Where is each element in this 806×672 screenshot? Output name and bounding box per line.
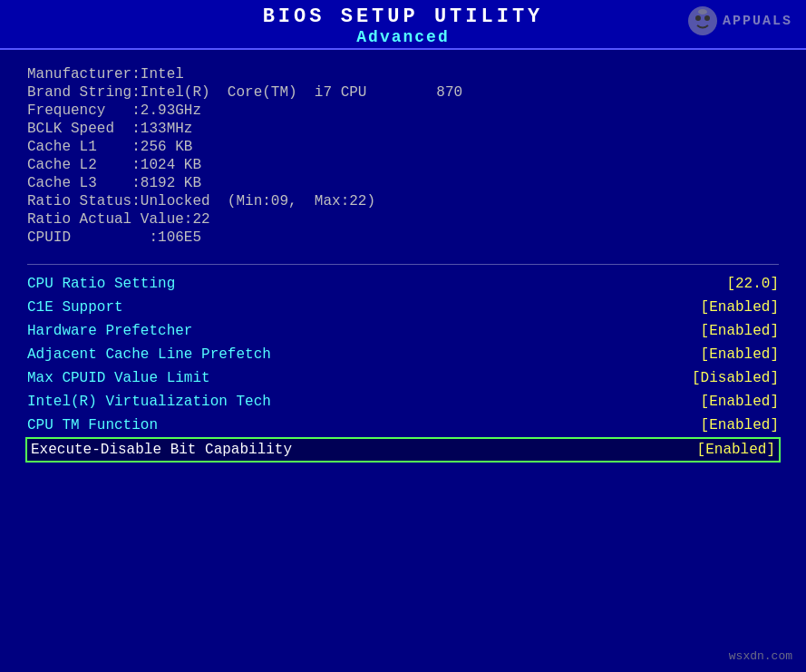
setting-value-hw-prefetch: [Enabled] [701, 323, 779, 339]
bottom-watermark: wsxdn.com [729, 649, 792, 663]
info-label-bclk: BCLK Speed :133MHz [27, 121, 192, 137]
appuals-face-icon [686, 5, 719, 37]
setting-row-cpu-tm[interactable]: CPU TM Function [Enabled] [27, 415, 779, 435]
info-row-frequency: Frequency :2.93GHz [27, 102, 779, 119]
section-divider [27, 264, 779, 265]
setting-label-adj-cache: Adjacent Cache Line Prefetch [27, 346, 271, 363]
setting-row-vt[interactable]: Intel(R) Virtualization Tech [Enabled] [27, 392, 779, 412]
info-label-brand: Brand String:Intel(R) Core(TM) i7 CPU 87… [27, 84, 462, 101]
info-label-manufacturer: Manufacturer:Intel [27, 66, 190, 83]
info-row-brand: Brand String:Intel(R) Core(TM) i7 CPU 87… [27, 84, 779, 101]
setting-value-vt: [Enabled] [701, 394, 779, 410]
main-content: Manufacturer:Intel Brand String:Intel(R)… [0, 50, 806, 473]
bios-subtitle: Advanced [0, 28, 806, 46]
info-label-cache-l3: Cache L3 :8192 KB [27, 175, 201, 191]
info-row-cache-l3: Cache L3 :8192 KB [27, 175, 779, 191]
setting-value-execute-disable: [Enabled] [697, 442, 775, 458]
setting-label-c1e: C1E Support [27, 299, 123, 316]
info-label-cpuid: CPUID :106E5 [27, 229, 201, 246]
info-row-cache-l2: Cache L2 :1024 KB [27, 157, 779, 173]
info-row-cache-l1: Cache L1 :256 KB [27, 139, 779, 155]
info-row-manufacturer: Manufacturer:Intel [27, 66, 779, 83]
svg-point-2 [704, 15, 710, 21]
bios-title: BIOS SETUP UTILITY [0, 5, 806, 28]
header-bar: BIOS SETUP UTILITY Advanced APPUALS [0, 0, 806, 50]
info-row-ratio-status: Ratio Status:Unlocked (Min:09, Max:22) [27, 193, 779, 209]
setting-label-hw-prefetch: Hardware Prefetcher [27, 323, 192, 339]
setting-row-adj-cache[interactable]: Adjacent Cache Line Prefetch [Enabled] [27, 345, 779, 365]
info-label-ratio-status: Ratio Status:Unlocked (Min:09, Max:22) [27, 193, 375, 209]
info-row-ratio-actual: Ratio Actual Value:22 [27, 211, 779, 228]
cpu-info-section: Manufacturer:Intel Brand String:Intel(R)… [27, 66, 779, 246]
appuals-logo: APPUALS [686, 5, 792, 37]
info-label-ratio-actual: Ratio Actual Value:22 [27, 211, 210, 228]
svg-point-1 [695, 15, 701, 21]
info-label-cache-l2: Cache L2 :1024 KB [27, 157, 201, 173]
setting-row-c1e[interactable]: C1E Support [Enabled] [27, 297, 779, 317]
bios-screen: BIOS SETUP UTILITY Advanced APPUALS Manu… [0, 0, 806, 672]
setting-value-c1e: [Enabled] [701, 299, 779, 316]
setting-label-execute-disable: Execute-Disable Bit Capability [31, 442, 292, 458]
setting-value-cpu-tm: [Enabled] [701, 417, 779, 433]
setting-label-cpu-tm: CPU TM Function [27, 417, 158, 433]
settings-section: CPU Ratio Setting [22.0] C1E Support [En… [27, 274, 779, 461]
setting-value-cpu-ratio: [22.0] [726, 276, 779, 292]
setting-label-max-cpuid: Max CPUID Value Limit [27, 370, 210, 386]
info-row-cpuid: CPUID :106E5 [27, 229, 779, 246]
setting-row-cpu-ratio[interactable]: CPU Ratio Setting [22.0] [27, 274, 779, 294]
info-label-frequency: Frequency :2.93GHz [27, 102, 201, 119]
setting-row-execute-disable[interactable]: Execute-Disable Bit Capability [Enabled] [27, 439, 779, 461]
info-label-cache-l1: Cache L1 :256 KB [27, 139, 192, 155]
setting-label-cpu-ratio: CPU Ratio Setting [27, 276, 175, 292]
svg-point-3 [698, 9, 707, 15]
appuals-text: APPUALS [723, 14, 792, 29]
setting-value-adj-cache: [Enabled] [701, 346, 779, 363]
setting-value-max-cpuid: [Disabled] [692, 370, 779, 386]
setting-label-vt: Intel(R) Virtualization Tech [27, 394, 271, 410]
info-row-bclk: BCLK Speed :133MHz [27, 121, 779, 137]
setting-row-max-cpuid[interactable]: Max CPUID Value Limit [Disabled] [27, 368, 779, 388]
setting-row-hw-prefetch[interactable]: Hardware Prefetcher [Enabled] [27, 321, 779, 341]
